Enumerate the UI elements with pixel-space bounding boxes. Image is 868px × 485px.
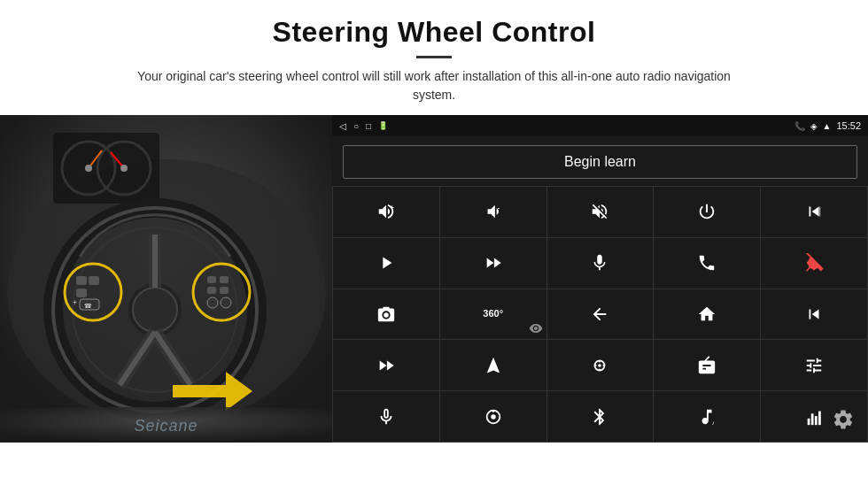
begin-learn-button[interactable]: Begin learn — [343, 145, 857, 179]
svg-rect-24 — [76, 289, 87, 297]
svg-point-13 — [133, 288, 177, 332]
svg-rect-22 — [76, 276, 87, 285]
svg-point-33 — [207, 297, 218, 308]
android-panel: ◁ ○ □ 🔋 📞 ◈ ▲ 15:52 Begin learn — [332, 115, 868, 443]
status-bar: ◁ ○ □ 🔋 📞 ◈ ▲ 15:52 — [332, 115, 868, 136]
svg-point-8 — [120, 165, 128, 172]
home-button[interactable] — [654, 289, 760, 340]
home-nav-icon[interactable]: ○ — [353, 121, 359, 131]
title-divider — [416, 56, 452, 58]
prev-track-button[interactable] — [761, 289, 867, 340]
radio-button[interactable] — [654, 340, 760, 390]
mic2-button[interactable] — [333, 391, 439, 442]
begin-learn-area: Begin learn — [332, 136, 868, 186]
music-button[interactable]: ♪ — [654, 391, 760, 442]
svg-point-48 — [491, 414, 496, 420]
play-next-button[interactable] — [333, 238, 439, 289]
bluetooth-button[interactable] — [547, 391, 654, 442]
svg-rect-23 — [89, 276, 99, 285]
location-icon: ◈ — [810, 121, 818, 131]
gear-settings-button[interactable] — [827, 404, 859, 435]
phone-button[interactable] — [654, 238, 760, 289]
status-bar-left: ◁ ○ □ 🔋 — [339, 121, 388, 131]
svg-rect-53 — [815, 416, 818, 425]
phone-signal-icon: 📞 — [794, 121, 805, 131]
vol-up-button[interactable]: + — [333, 187, 439, 237]
navigation-button[interactable] — [440, 340, 546, 390]
svg-point-49 — [492, 410, 494, 412]
vol-down-button[interactable]: - — [440, 187, 546, 237]
svg-rect-29 — [207, 276, 216, 283]
view-360-button[interactable]: 360° — [440, 289, 546, 340]
hang-up-button[interactable] — [761, 238, 867, 289]
svg-rect-51 — [808, 418, 810, 424]
svg-text:♪: ♪ — [712, 420, 715, 426]
mic-button[interactable] — [547, 238, 654, 289]
back-nav-icon[interactable]: ◁ — [339, 121, 346, 131]
watermark: Seicane — [134, 417, 198, 435]
back-button[interactable] — [547, 289, 654, 340]
eq-button[interactable] — [547, 340, 654, 390]
fast-forward-button[interactable] — [333, 340, 439, 390]
svg-point-39 — [384, 312, 389, 318]
svg-rect-32 — [220, 287, 229, 294]
car-image-panel: + - ☎ Seicane — [0, 115, 332, 443]
camera-360-button[interactable] — [333, 289, 439, 340]
mute-button[interactable] — [547, 187, 654, 237]
svg-rect-2 — [53, 133, 159, 204]
svg-text:+: + — [390, 204, 393, 212]
sim-icon: 🔋 — [378, 121, 388, 130]
svg-point-46 — [709, 367, 712, 371]
svg-text:+: + — [73, 298, 77, 307]
icons-grid: + - — [332, 186, 868, 443]
power-button[interactable] — [654, 187, 760, 237]
view-360-label: 360° — [483, 309, 503, 319]
wifi-icon: ▲ — [823, 121, 832, 131]
svg-rect-30 — [220, 276, 229, 283]
svg-point-6 — [85, 165, 92, 172]
svg-text:-: - — [497, 204, 500, 212]
status-time: 15:52 — [836, 120, 861, 131]
seek-button[interactable] — [440, 238, 546, 289]
call-prev-button[interactable] — [761, 187, 867, 237]
status-bar-right: 📞 ◈ ▲ 15:52 — [794, 120, 861, 131]
knob-button[interactable] — [440, 391, 546, 442]
header-section: Steering Wheel Control Your original car… — [0, 0, 868, 115]
settings-eq-button[interactable] — [761, 340, 867, 390]
svg-rect-52 — [811, 413, 814, 425]
svg-point-34 — [221, 297, 231, 308]
content-area: + - ☎ Seicane — [0, 115, 868, 443]
svg-rect-54 — [818, 411, 821, 425]
page-wrapper: Steering Wheel Control Your original car… — [0, 0, 868, 443]
recents-nav-icon[interactable]: □ — [366, 121, 371, 131]
page-title: Steering Wheel Control — [71, 16, 797, 49]
svg-text:☎: ☎ — [84, 303, 92, 309]
svg-point-41 — [599, 364, 602, 367]
subtitle-text: Your original car's steering wheel contr… — [124, 67, 744, 104]
svg-rect-31 — [207, 287, 216, 294]
